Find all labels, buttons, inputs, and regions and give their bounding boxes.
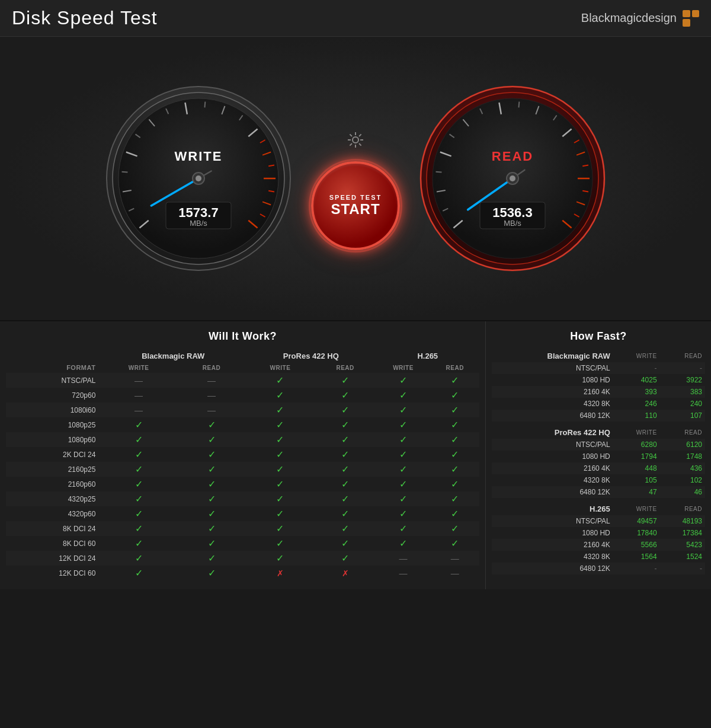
- gear-icon[interactable]: [347, 131, 364, 152]
- hf-read-cell: 102: [660, 474, 705, 486]
- hf-format-cell: 4320 8K: [492, 474, 613, 486]
- check-cell: ✓: [246, 447, 315, 462]
- hf-read-val: 1524: [686, 553, 702, 561]
- format-cell: 4320p60: [6, 506, 100, 521]
- blackmagic-raw-header: Blackmagic RAW: [100, 350, 246, 362]
- hf-read-cell: 1748: [660, 451, 705, 462]
- hf-dash: -: [655, 564, 657, 573]
- table-row: 1080p25✓✓✓✓✓✓: [6, 417, 479, 432]
- start-button[interactable]: SPEED TEST START: [311, 161, 400, 250]
- data-section: Will It Work? Blackmagic RAW ProRes 422 …: [0, 321, 711, 589]
- format-subheader: FORMAT: [6, 362, 100, 373]
- hf-write-cell: 47: [613, 486, 660, 498]
- hf-data-row: 2160 4K 393 383: [492, 386, 705, 398]
- check-cell: ✓: [246, 551, 315, 566]
- hf-write-header: WRITE: [613, 350, 660, 362]
- check-cell: ✓: [315, 417, 376, 432]
- hf-write-header: WRITE: [613, 426, 660, 439]
- center-controls: SPEED TEST START: [311, 131, 400, 250]
- check-cell: ✓: [177, 417, 246, 432]
- check-cell: —: [430, 566, 479, 580]
- check-cell: ✓: [376, 447, 431, 462]
- format-cell: 4320p25: [6, 491, 100, 506]
- hf-write-cell: 448: [613, 462, 660, 474]
- hf-read-cell: 6120: [660, 439, 705, 451]
- hf-read-header: READ: [660, 503, 705, 515]
- hf-section-name: H.265: [492, 503, 613, 515]
- check-cell: ✓: [430, 521, 479, 536]
- brand-logo: Blackmagicdesign: [581, 10, 699, 27]
- read-gauge: READ 1536.3 MB/s: [418, 84, 607, 273]
- table-row: 2160p25✓✓✓✓✓✓: [6, 462, 479, 477]
- hf-read-val: 107: [690, 411, 702, 420]
- hf-read-cell: 46: [660, 486, 705, 498]
- table-row: 2K DCI 24✓✓✓✓✓✓: [6, 447, 479, 462]
- svg-text:1573.7: 1573.7: [178, 205, 218, 220]
- check-cell: —: [376, 566, 431, 580]
- check-cell: —: [100, 388, 177, 403]
- svg-line-38: [359, 143, 361, 146]
- hf-spacer: [492, 422, 705, 426]
- hf-data-row: NTSC/PAL 49457 48193: [492, 515, 705, 527]
- check-cell: ✗: [315, 566, 376, 580]
- hf-read-val: 240: [690, 400, 702, 408]
- check-cell: ✓: [246, 536, 315, 551]
- check-cell: ✓: [430, 491, 479, 506]
- check-cell: —: [177, 373, 246, 388]
- hf-section-header: H.265 WRITE READ: [492, 503, 705, 515]
- hf-write-val: 1794: [641, 452, 657, 461]
- hf-write-val: 4025: [641, 376, 657, 384]
- check-cell: ✓: [100, 447, 177, 462]
- svg-line-40: [359, 134, 361, 136]
- check-cell: ✓: [246, 388, 315, 403]
- hf-read-val: 436: [690, 464, 702, 472]
- check-cell: ✓: [376, 462, 431, 477]
- svg-text:WRITE: WRITE: [175, 149, 223, 164]
- hf-write-val: 393: [645, 388, 657, 396]
- table-row: 4320p60✓✓✓✓✓✓: [6, 506, 479, 521]
- hf-write-cell: 6280: [613, 439, 660, 451]
- hf-dash: -: [700, 564, 702, 573]
- check-cell: ✓: [246, 462, 315, 477]
- format-cell: 8K DCI 60: [6, 536, 100, 551]
- hf-data-row: 1080 HD 4025 3922: [492, 374, 705, 386]
- table-row: 2160p60✓✓✓✓✓✓: [6, 477, 479, 491]
- check-cell: ✓: [177, 536, 246, 551]
- check-cell: ✓: [376, 432, 431, 447]
- hf-data-row: 6480 12K - -: [492, 563, 705, 574]
- hf-read-val: 17384: [683, 529, 702, 537]
- check-cell: ✓: [246, 373, 315, 388]
- check-cell: ✓: [315, 551, 376, 566]
- format-cell: NTSC/PAL: [6, 373, 100, 388]
- check-cell: ✓: [100, 432, 177, 447]
- table-row: 1080i60——✓✓✓✓: [6, 403, 479, 417]
- table-row: 1080p60✓✓✓✓✓✓: [6, 432, 479, 447]
- hf-read-cell: 240: [660, 398, 705, 410]
- format-cell: 1080i60: [6, 403, 100, 417]
- check-cell: ✓: [246, 403, 315, 417]
- check-cell: ✓: [315, 388, 376, 403]
- hf-format-cell: 6480 12K: [492, 486, 613, 498]
- check-cell: ✓: [376, 506, 431, 521]
- check-cell: ✓: [177, 462, 246, 477]
- format-cell: 8K DCI 24: [6, 521, 100, 536]
- hf-format-cell: 2160 4K: [492, 386, 613, 398]
- check-cell: ✓: [315, 521, 376, 536]
- hf-write-cell: 1794: [613, 451, 660, 462]
- check-cell: ✓: [315, 536, 376, 551]
- hf-write-cell: 1564: [613, 551, 660, 563]
- hf-section-header: ProRes 422 HQ WRITE READ: [492, 426, 705, 439]
- svg-point-70: [510, 175, 515, 181]
- svg-line-37: [350, 134, 352, 136]
- check-cell: ✓: [430, 417, 479, 432]
- hf-read-val: 1748: [686, 452, 702, 461]
- check-cell: ✓: [177, 551, 246, 566]
- hf-write-val: 47: [649, 488, 656, 496]
- hf-write-cell: 393: [613, 386, 660, 398]
- hf-write-cell: -: [613, 362, 660, 374]
- app-title: Disk Speed Test: [12, 7, 158, 29]
- hf-read-cell: -: [660, 563, 705, 574]
- check-cell: ✓: [100, 566, 177, 580]
- hf-write-cell: 17840: [613, 527, 660, 539]
- check-cell: ✓: [376, 373, 431, 388]
